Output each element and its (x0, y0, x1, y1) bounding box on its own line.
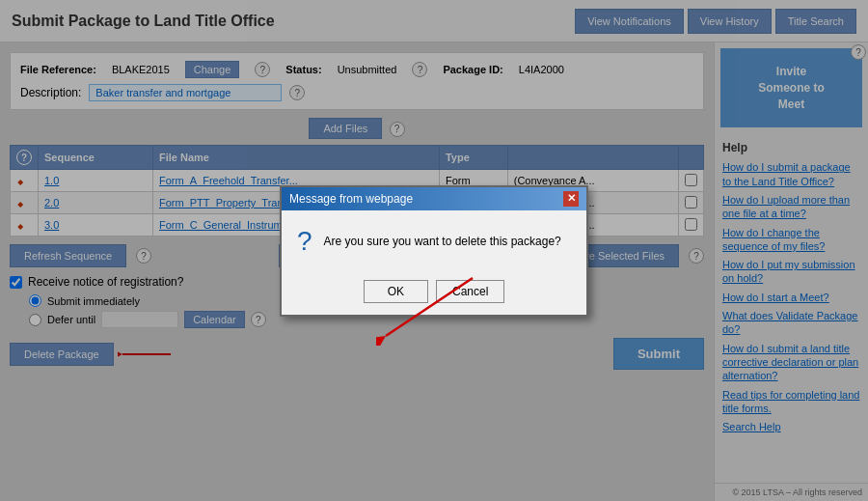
modal-arrow-icon (376, 268, 492, 346)
modal-titlebar: Message from webpage ✕ (282, 187, 586, 210)
svg-line-3 (386, 278, 473, 336)
modal-with-arrow: Message from webpage ✕ ? Are you sure yo… (280, 185, 588, 317)
modal-question-icon: ? (297, 226, 312, 257)
modal-body: ? Are you sure you want to delete this p… (282, 210, 586, 272)
modal-close-button[interactable]: ✕ (563, 191, 579, 207)
modal-overlay: Message from webpage ✕ ? Are you sure yo… (0, 0, 868, 501)
modal-message: Are you sure you want to delete this pac… (324, 235, 561, 248)
modal-title: Message from webpage (289, 192, 413, 206)
